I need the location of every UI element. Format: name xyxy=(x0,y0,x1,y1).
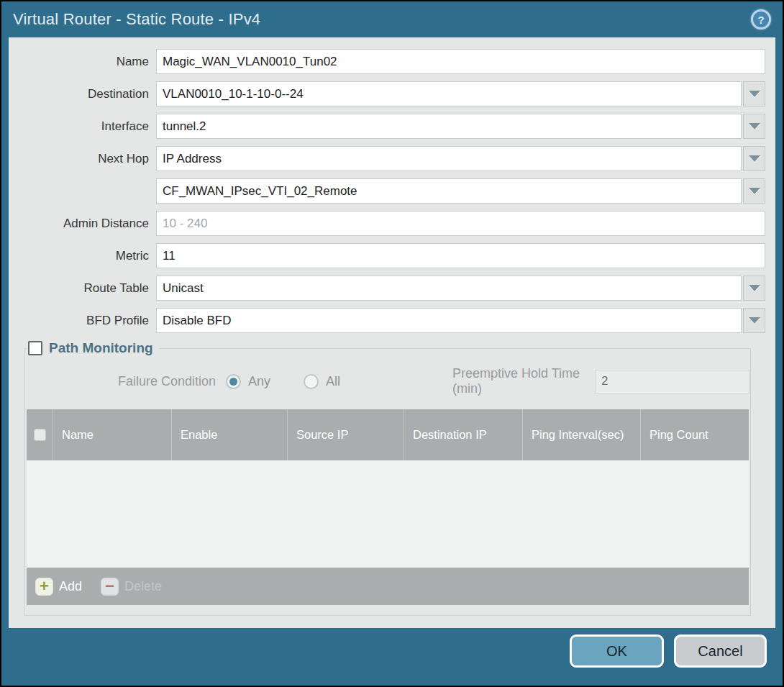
dialog-frame: Virtual Router - Static Route - IPv4 ? N… xyxy=(1,1,783,686)
form-row-destination: Destination xyxy=(9,81,765,106)
failure-condition-label: Failure Condition xyxy=(26,374,226,389)
table-footer: + Add − Delete xyxy=(27,568,749,605)
failure-condition-row: Failure Condition Any All Preemptive Hol… xyxy=(26,366,749,396)
next-hop-address-dropdown-button[interactable] xyxy=(743,178,765,204)
destination-label: Destination xyxy=(9,87,156,101)
dialog-screen: Virtual Router - Static Route - IPv4 ? N… xyxy=(0,0,784,687)
add-button-label: Add xyxy=(59,579,82,594)
form-row-route-table: Route Table xyxy=(9,276,765,301)
column-header-name: Name xyxy=(53,409,172,460)
dialog-footer: OK Cancel xyxy=(1,628,783,686)
plus-icon: + xyxy=(35,578,53,596)
path-monitoring-checkbox[interactable] xyxy=(28,341,42,355)
path-monitoring-table: Name Enable Source IP Destination IP Pin… xyxy=(27,409,749,605)
path-monitoring-legend: Path Monitoring xyxy=(27,340,159,356)
path-monitoring-title: Path Monitoring xyxy=(49,340,153,356)
column-header-ping-interval: Ping Interval(sec) xyxy=(523,409,641,460)
next-hop-label: Next Hop xyxy=(9,152,156,166)
form-row-next-hop: Next Hop xyxy=(9,146,765,171)
interface-label: Interface xyxy=(9,119,156,134)
form-row-admin-distance: Admin Distance xyxy=(9,211,765,236)
bfd-profile-select[interactable] xyxy=(156,308,742,333)
destination-dropdown-button[interactable] xyxy=(743,81,765,106)
metric-input[interactable] xyxy=(156,243,765,268)
dialog-title: Virtual Router - Static Route - IPv4 xyxy=(13,10,260,29)
table-body-empty xyxy=(27,460,749,568)
form-row-name: Name xyxy=(9,49,765,74)
radio-any-label: Any xyxy=(248,374,270,389)
table-header-row: Name Enable Source IP Destination IP Pin… xyxy=(27,409,749,460)
form-row-next-hop-address xyxy=(9,178,765,204)
name-input[interactable] xyxy=(156,49,765,74)
chevron-down-icon xyxy=(749,155,760,162)
column-header-enable: Enable xyxy=(172,409,288,460)
dialog-body: Name Destination Interface xyxy=(9,37,775,628)
delete-button-label: Delete xyxy=(124,579,162,594)
delete-button[interactable]: − Delete xyxy=(101,578,162,596)
path-monitoring-section: Path Monitoring Failure Condition Any Al… xyxy=(24,340,751,616)
preemptive-hold-input[interactable] xyxy=(595,370,749,393)
admin-distance-input[interactable] xyxy=(156,211,765,236)
form-row-bfd-profile: BFD Profile xyxy=(9,308,765,333)
interface-dropdown-button[interactable] xyxy=(743,114,765,139)
minus-icon: − xyxy=(101,578,119,596)
cancel-button[interactable]: Cancel xyxy=(674,634,767,668)
metric-label: Metric xyxy=(9,249,156,263)
column-header-destination-ip: Destination IP xyxy=(404,409,523,460)
interface-input[interactable] xyxy=(156,114,742,139)
bfd-profile-label: BFD Profile xyxy=(9,314,156,328)
ok-button[interactable]: OK xyxy=(570,634,664,668)
next-hop-select[interactable] xyxy=(156,146,742,171)
radio-all[interactable] xyxy=(304,374,319,389)
route-table-label: Route Table xyxy=(9,281,156,296)
name-label: Name xyxy=(9,55,156,69)
column-header-ping-count: Ping Count xyxy=(641,409,749,460)
preemptive-hold-label: Preemptive Hold Time (min) xyxy=(452,366,595,396)
help-icon[interactable]: ? xyxy=(751,9,771,29)
form-row-interface: Interface xyxy=(9,114,765,139)
route-table-dropdown-button[interactable] xyxy=(743,276,765,301)
add-button[interactable]: + Add xyxy=(35,578,82,596)
dialog-titlebar: Virtual Router - Static Route - IPv4 ? xyxy=(1,1,783,37)
select-all-checkbox[interactable] xyxy=(34,429,46,441)
destination-input[interactable] xyxy=(156,81,742,106)
table-header-checkbox-cell xyxy=(27,409,53,460)
next-hop-address-input[interactable] xyxy=(156,178,742,204)
column-header-source-ip: Source IP xyxy=(288,409,404,460)
chevron-down-icon xyxy=(749,188,760,194)
form-row-metric: Metric xyxy=(9,243,765,268)
chevron-down-icon xyxy=(749,123,760,129)
failure-condition-radio-group: Any All xyxy=(226,374,366,389)
radio-any[interactable] xyxy=(226,374,241,389)
chevron-down-icon xyxy=(749,285,760,291)
chevron-down-icon xyxy=(749,317,760,324)
help-icon-glyph: ? xyxy=(753,12,769,27)
route-table-select[interactable] xyxy=(156,276,742,301)
admin-distance-label: Admin Distance xyxy=(9,217,156,231)
chevron-down-icon xyxy=(749,91,760,97)
radio-all-label: All xyxy=(326,374,340,389)
next-hop-dropdown-button[interactable] xyxy=(743,146,765,171)
bfd-profile-dropdown-button[interactable] xyxy=(743,308,765,333)
